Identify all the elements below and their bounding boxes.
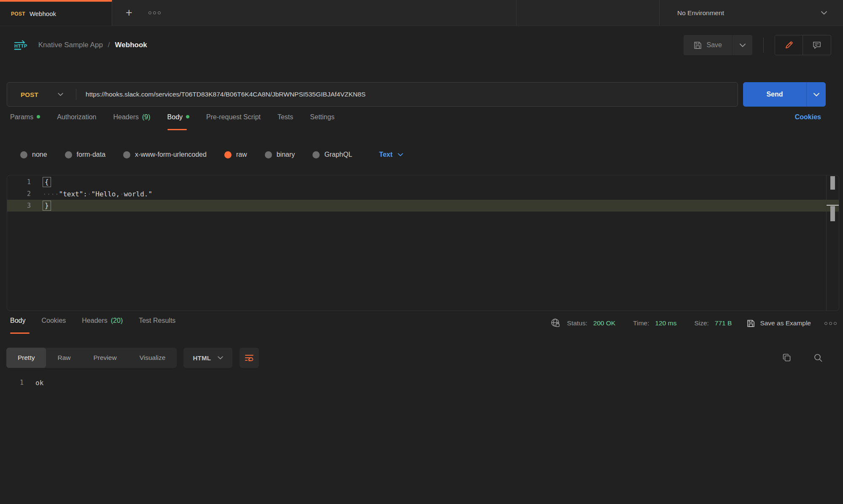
new-tab-button[interactable]: + — [126, 7, 132, 19]
chevron-down-icon — [813, 93, 819, 97]
tab-tests[interactable]: Tests — [277, 113, 293, 130]
body-type-none[interactable]: none — [20, 151, 47, 158]
save-button-group: Save — [684, 35, 752, 55]
view-visualize-button[interactable]: Visualize — [128, 348, 177, 368]
tab-body[interactable]: Body — [167, 113, 189, 130]
body-type-form-data[interactable]: form-data — [65, 151, 105, 158]
tab-pre-request-script[interactable]: Pre-request Script — [206, 113, 261, 130]
status-label: Status: — [567, 319, 587, 327]
body-type-none-label: none — [32, 151, 47, 158]
editor-line-current: 3 } — [7, 200, 839, 212]
response-more-options-button[interactable] — [824, 322, 837, 325]
wrap-text-button[interactable] — [240, 348, 259, 368]
environment-label: No Environment — [677, 9, 724, 17]
body-type-raw[interactable]: raw — [224, 151, 247, 158]
save-icon — [694, 41, 702, 49]
request-body-editor[interactable]: 1 { 2 ····"text":·"Hello,·world." 3 } — [7, 175, 839, 311]
tab-headers[interactable]: Headers (9) — [113, 113, 151, 130]
http-badge-label: HTTP — [14, 43, 27, 48]
response-tab-cookies[interactable]: Cookies — [41, 317, 66, 334]
params-modified-dot — [37, 115, 40, 118]
send-button[interactable]: Send — [743, 82, 806, 107]
pencil-icon — [785, 41, 793, 49]
wrap-text-icon — [245, 354, 254, 362]
tab-strip: POST Webhook + No Environment — [0, 0, 843, 26]
line-number: 2 — [7, 190, 31, 198]
tab-more-options-button[interactable] — [148, 11, 161, 14]
editor-code: { — [31, 177, 51, 187]
body-type-binary-label: binary — [277, 151, 295, 158]
tab-method-label: POST — [11, 11, 25, 17]
response-tab-test-results[interactable]: Test Results — [139, 317, 175, 334]
body-type-urlencoded[interactable]: x-www-form-urlencoded — [123, 151, 207, 158]
request-tabs: Params Authorization Headers (9) Body Pr… — [0, 107, 843, 134]
whitespace-dot: · — [120, 190, 124, 198]
size-value: 771 B — [715, 319, 732, 327]
chevron-down-icon — [58, 93, 63, 96]
request-tab-webhook[interactable]: POST Webhook — [0, 0, 112, 26]
body-type-binary[interactable]: binary — [265, 151, 295, 158]
body-type-urlencoded-label: x-www-form-urlencoded — [135, 151, 207, 158]
editor-code: } — [31, 201, 51, 211]
whitespace-dots: ···· — [43, 190, 59, 198]
response-tab-headers[interactable]: Headers (20) — [82, 317, 123, 334]
body-modified-dot — [186, 115, 189, 118]
url-input[interactable] — [76, 91, 738, 98]
save-button-label: Save — [707, 41, 722, 49]
response-tab-test-results-label: Test Results — [139, 317, 175, 324]
view-pretty-button[interactable]: Pretty — [6, 348, 46, 368]
response-header: Body Cookies Headers (20) Test Results S… — [0, 311, 843, 338]
body-type-graphql[interactable]: GraphQL — [312, 151, 352, 158]
response-body: 1 ok — [0, 376, 843, 389]
response-format-selector[interactable]: HTML — [183, 348, 232, 368]
documentation-toggle-group — [775, 35, 831, 55]
save-icon — [747, 319, 755, 327]
breadcrumb-collection[interactable]: Knative Sample App — [38, 41, 103, 49]
copy-response-button[interactable] — [782, 353, 792, 362]
method-selector[interactable]: POST — [7, 91, 76, 98]
send-options-button[interactable] — [806, 82, 826, 107]
comments-button[interactable] — [803, 35, 831, 55]
json-key: "text": — [59, 190, 87, 198]
tab-params[interactable]: Params — [10, 113, 40, 130]
editor-line: 1 { — [7, 176, 839, 188]
line-number: 1 — [7, 178, 31, 186]
http-request-icon: HTTP — [14, 40, 27, 50]
view-preview-button[interactable]: Preview — [82, 348, 128, 368]
edit-request-button[interactable] — [775, 35, 803, 55]
raw-language-selector[interactable]: Text — [379, 151, 403, 158]
chevron-down-icon — [821, 11, 827, 15]
whitespace-dot: · — [87, 190, 92, 198]
environment-selector[interactable]: No Environment — [659, 0, 843, 26]
response-headers-count-badge: (20) — [111, 317, 123, 324]
tab-title-label: Webhook — [30, 10, 56, 17]
scrollbar-thumb[interactable] — [830, 206, 835, 221]
view-raw-button[interactable]: Raw — [46, 348, 82, 368]
save-as-example-button[interactable]: Save as Example — [747, 319, 811, 327]
status-value: 200 OK — [593, 319, 616, 327]
chevron-down-icon — [740, 43, 746, 47]
tab-authorization[interactable]: Authorization — [57, 113, 96, 130]
response-tab-body[interactable]: Body — [10, 317, 25, 334]
save-as-example-label: Save as Example — [760, 319, 811, 327]
request-header-row: HTTP Knative Sample App / Webhook Save — [0, 26, 843, 64]
tab-tests-label: Tests — [277, 113, 293, 121]
response-view-switcher: Pretty Raw Preview Visualize — [6, 348, 177, 368]
response-toolbar: Pretty Raw Preview Visualize HTML — [6, 348, 823, 368]
save-options-button[interactable] — [732, 35, 752, 55]
search-response-button[interactable] — [813, 353, 823, 362]
time-value: 120 ms — [655, 319, 677, 327]
cookies-link[interactable]: Cookies — [795, 113, 821, 121]
tab-settings[interactable]: Settings — [310, 113, 334, 130]
postman-app: POST Webhook + No Environment HTTP Knati… — [0, 0, 843, 389]
save-button[interactable]: Save — [684, 35, 732, 55]
chevron-down-icon — [218, 356, 223, 359]
scrollbar-thumb[interactable] — [830, 176, 835, 190]
line-number: 1 — [0, 379, 24, 386]
editor-scroll-gutter — [826, 175, 839, 311]
matched-brace: { — [43, 177, 51, 187]
tab-strip-spacer-2 — [517, 0, 659, 26]
radio-icon — [312, 151, 320, 158]
radio-icon — [20, 151, 27, 158]
network-globe-icon — [550, 318, 561, 329]
